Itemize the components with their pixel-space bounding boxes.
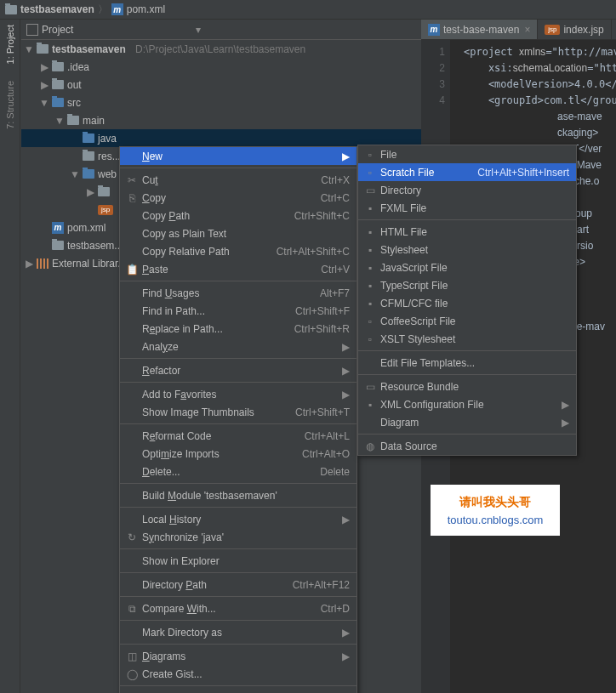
chevron-down-icon[interactable]: ▾ bbox=[196, 24, 201, 36]
menu-item[interactable]: ▪XML Configuration File▶ bbox=[358, 395, 576, 413]
editor-tab[interactable]: jspindex.jsp bbox=[538, 20, 611, 39]
watermark: 请叫我头头哥 toutou.cnblogs.com bbox=[431, 485, 560, 536]
menu-item[interactable]: ▭Resource Bundle bbox=[358, 378, 576, 395]
menu-item[interactable]: Diagram▶ bbox=[358, 413, 576, 431]
menu-item[interactable]: Directory PathCtrl+Alt+F12 bbox=[120, 576, 356, 594]
menu-item[interactable]: ▫Scratch FileCtrl+Alt+Shift+Insert bbox=[358, 163, 576, 181]
file-icon: ▫ bbox=[363, 333, 377, 345]
db-icon: ◍ bbox=[363, 440, 377, 452]
chevron-right-icon: ▶ bbox=[342, 365, 350, 377]
menu-item[interactable]: New▶ bbox=[120, 147, 356, 165]
menu-item[interactable]: ◍Data Source bbox=[358, 437, 576, 455]
menu-item[interactable]: Optimize ImportsCtrl+Alt+O bbox=[120, 445, 356, 463]
menu-item[interactable]: Refactor▶ bbox=[120, 361, 356, 379]
cut-icon: ✂ bbox=[125, 174, 139, 186]
xml-icon: ▪ bbox=[363, 202, 377, 214]
breadcrumb-root[interactable]: testbasemaven bbox=[20, 3, 94, 15]
project-icon bbox=[26, 24, 38, 36]
tree-root[interactable]: ▼ testbasemaven D:\Project\Java\Learn\te… bbox=[21, 40, 421, 58]
html-icon: ▪ bbox=[363, 226, 377, 238]
cf-icon: ▪ bbox=[363, 298, 377, 310]
menu-item[interactable]: Find UsagesAlt+F7 bbox=[120, 284, 356, 302]
menu-item[interactable]: Copy as Plain Text bbox=[120, 224, 356, 242]
folder-icon: ▭ bbox=[363, 185, 377, 196]
ant-icon[interactable] bbox=[4, 146, 16, 158]
menu-item[interactable]: Show Image ThumbnailsCtrl+Shift+T bbox=[120, 403, 356, 421]
menu-item[interactable]: Copy Relative PathCtrl+Alt+Shift+C bbox=[120, 242, 356, 260]
menu-item[interactable]: Mark Directory as▶ bbox=[120, 623, 356, 641]
menu-item[interactable]: WebServices▶ bbox=[120, 689, 356, 693]
sidebar-tab-structure[interactable]: 7: Structure bbox=[5, 81, 15, 129]
menu-item[interactable]: ⧉Compare With...Ctrl+D bbox=[120, 599, 356, 617]
chevron-right-icon: ▶ bbox=[342, 389, 350, 400]
paste-icon: 📋 bbox=[125, 264, 139, 275]
menu-item[interactable]: ▪CFML/CFC file bbox=[358, 294, 576, 312]
menu-item[interactable]: ◫Diagrams▶ bbox=[120, 647, 356, 665]
chevron-right-icon: ▶ bbox=[342, 514, 350, 525]
menu-item[interactable]: 📋PasteCtrl+V bbox=[120, 260, 356, 278]
editor-tabs: mtest-base-maven× jspindex.jsp bbox=[421, 20, 616, 40]
toolwindow-title[interactable]: Project bbox=[42, 24, 73, 36]
file-icon: ▫ bbox=[363, 315, 377, 327]
menu-item[interactable]: Show in Explorer bbox=[120, 552, 356, 570]
chevron-right-icon: ▶ bbox=[342, 627, 350, 639]
chevron-right-icon: ▶ bbox=[562, 417, 569, 429]
diff-icon: ⧉ bbox=[125, 603, 139, 615]
context-menu: New▶✂CutCtrl+X⎘CopyCtrl+CCopy PathCtrl+S… bbox=[119, 146, 357, 693]
menu-item[interactable]: ↻Synchronize 'java' bbox=[120, 528, 356, 546]
file-icon: ▫ bbox=[363, 167, 377, 179]
menu-item[interactable]: Edit File Templates... bbox=[358, 354, 576, 372]
js-icon: ▪ bbox=[363, 262, 377, 274]
css-icon: ▪ bbox=[363, 244, 377, 256]
copy-icon: ⎘ bbox=[125, 192, 139, 204]
menu-item[interactable]: Replace in Path...Ctrl+Shift+R bbox=[120, 320, 356, 338]
menu-item[interactable]: ◯Create Gist... bbox=[120, 665, 356, 683]
menu-item[interactable]: ▪FXML File bbox=[358, 199, 576, 217]
editor-tab[interactable]: mtest-base-maven× bbox=[421, 20, 538, 39]
menu-item[interactable]: Delete...Delete bbox=[120, 463, 356, 480]
maven-icon: m bbox=[111, 3, 123, 15]
file-icon: ▫ bbox=[363, 149, 377, 161]
new-submenu: ▫File▫Scratch FileCtrl+Alt+Shift+Insert▭… bbox=[357, 145, 577, 456]
xml-icon: ▪ bbox=[363, 399, 377, 411]
menu-item[interactable]: Add to Favorites▶ bbox=[120, 385, 356, 403]
menu-item[interactable]: Build Module 'testbasemaven' bbox=[120, 486, 356, 504]
menu-item[interactable]: Analyze▶ bbox=[120, 338, 356, 355]
gh-icon: ◯ bbox=[125, 668, 139, 680]
breadcrumb-file[interactable]: pom.xml bbox=[127, 3, 165, 15]
sync-icon: ↻ bbox=[125, 531, 139, 543]
menu-item[interactable]: ▪TypeScript File bbox=[358, 276, 576, 294]
menu-item[interactable]: ▫CoffeeScript File bbox=[358, 312, 576, 330]
close-icon[interactable]: × bbox=[524, 24, 530, 36]
sidebar-tab-project[interactable]: 1: Project bbox=[5, 25, 15, 64]
menu-item[interactable]: ⎘CopyCtrl+C bbox=[120, 189, 356, 207]
folder-icon bbox=[5, 5, 17, 14]
tree-node[interactable]: ▶.idea bbox=[21, 58, 421, 76]
chevron-right-icon: ▶ bbox=[342, 151, 350, 162]
tree-node[interactable]: ▼main bbox=[21, 111, 421, 129]
menu-item[interactable]: Local History▶ bbox=[120, 510, 356, 528]
sidebar-left: 1: Project 7: Structure bbox=[0, 20, 20, 693]
menu-item[interactable]: Copy PathCtrl+Shift+C bbox=[120, 207, 356, 224]
menu-item[interactable]: ✂CutCtrl+X bbox=[120, 171, 356, 189]
menu-item[interactable]: ▪HTML File bbox=[358, 223, 576, 241]
breadcrumb: testbasemaven 〉 m pom.xml bbox=[0, 0, 616, 20]
menu-item[interactable]: ▪JavaScript File bbox=[358, 258, 576, 276]
chevron-right-icon: ▶ bbox=[342, 650, 350, 662]
chevron-right-icon: ▶ bbox=[342, 341, 350, 353]
menu-item[interactable]: ▫File bbox=[358, 145, 576, 163]
menu-item[interactable]: Find in Path...Ctrl+Shift+F bbox=[120, 302, 356, 320]
tree-node[interactable]: ▶out bbox=[21, 76, 421, 94]
ts-icon: ▪ bbox=[363, 280, 377, 292]
chevron-right-icon: ▶ bbox=[562, 399, 569, 411]
menu-item[interactable]: ▪Stylesheet bbox=[358, 241, 576, 258]
diag-icon: ◫ bbox=[125, 650, 139, 662]
menu-item[interactable]: ▭Directory bbox=[358, 181, 576, 199]
menu-item[interactable]: Reformat CodeCtrl+Alt+L bbox=[120, 427, 356, 445]
rb-icon: ▭ bbox=[363, 381, 377, 393]
tree-node[interactable]: ▼src bbox=[21, 94, 421, 111]
menu-item[interactable]: ▫XSLT Stylesheet bbox=[358, 330, 576, 348]
